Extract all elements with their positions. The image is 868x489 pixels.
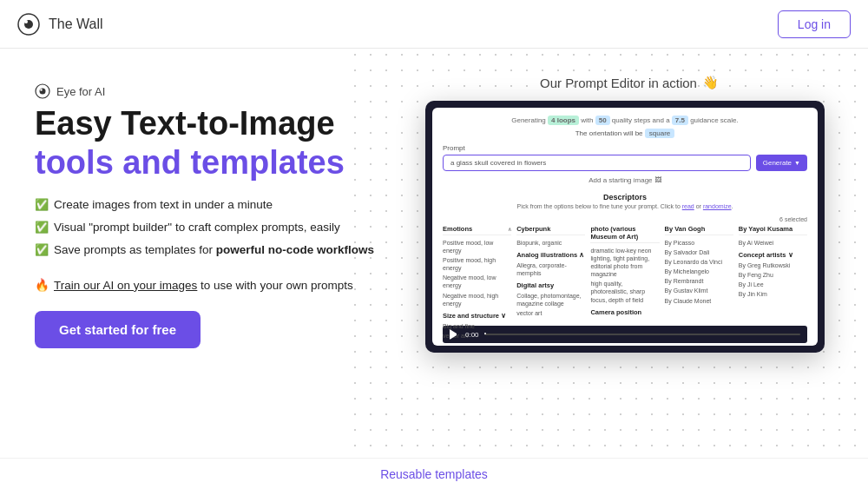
fire-line-suffix: to use with your own prompts: [197, 279, 352, 292]
add-image-text: Add a starting image 🖼: [589, 176, 661, 184]
prompt-editor-label: Our Prompt Editor in action 👋: [540, 75, 719, 90]
headline-purple: tools and templates: [35, 144, 408, 182]
video-progress-handle: [484, 333, 486, 334]
analog-item-1[interactable]: Allegra, corporate-memphis: [516, 261, 585, 277]
feature-text-3: Save prompts as templates for powerful n…: [54, 242, 374, 259]
editor-columns: Emotions ∧ Positive mood, low energy Pos…: [443, 225, 807, 320]
editor-inner: Generating 4 loops with 50 quality steps…: [432, 108, 818, 346]
fire-emoji: 🔥: [35, 278, 49, 292]
cta-button[interactable]: Get started for free: [35, 311, 201, 348]
fire-line: 🔥 Train our AI on your images to use wit…: [35, 278, 408, 292]
logo-text: The Wall: [49, 17, 103, 32]
check-icon-3: ✅: [35, 242, 49, 258]
editor-add-image[interactable]: Add a starting image 🖼: [443, 176, 807, 184]
feature-item-1: ✅ Create images from text in under a min…: [35, 197, 408, 214]
col-photo-header[interactable]: photo (various Museum of Art): [590, 225, 659, 243]
editor-orientation: The orientation will be square: [443, 129, 807, 137]
artist-item-6[interactable]: By Gustav Klimt: [665, 287, 733, 294]
editor-generate-button[interactable]: Generate ▼: [756, 155, 807, 171]
bottom-tab[interactable]: Reusable templates: [0, 458, 868, 489]
prompt-label: Prompt: [443, 144, 807, 152]
col-yayoi-label: By Yayoi Kusama: [739, 225, 792, 233]
selected-count: 6 selected: [443, 216, 807, 222]
feature-text-2: Visual "prompt builder" to craft complex…: [54, 220, 340, 236]
dropdown-arrow-icon: ▼: [794, 160, 800, 166]
fire-line-content: Train our AI on your images to use with …: [54, 279, 353, 292]
left-content: Eye for AI Easy Text-to-Image tools and …: [35, 75, 408, 458]
digital-artsy-header[interactable]: Digital artsy: [516, 281, 585, 290]
emotion-item-4[interactable]: Negative mood, high energy: [443, 292, 511, 307]
concept-item-5[interactable]: By Jin Kim: [739, 290, 807, 298]
generate-btn-label: Generate: [763, 159, 792, 167]
editor-screenshot: Generating 4 loops with 50 quality steps…: [425, 101, 825, 353]
svg-point-5: [40, 89, 42, 90]
concept-item-4[interactable]: By Ji Lee: [739, 281, 807, 288]
highlight-guidance: 7.5: [672, 116, 688, 125]
chevron-size-icon: ∨: [501, 312, 506, 320]
cyberpunk-item-1[interactable]: Biopunk, organic: [516, 239, 585, 247]
col-vangogh-header[interactable]: By Van Gogh: [665, 225, 733, 235]
eye-icon: [35, 83, 50, 99]
check-icon-1: ✅: [35, 197, 49, 213]
descriptors-sub: Pick from the options below to fine tune…: [443, 203, 807, 209]
logo-area: The Wall: [17, 13, 103, 36]
highlight-loops: 4 loops: [548, 116, 579, 125]
emotion-item-2[interactable]: Positive mood, high energy: [443, 256, 511, 272]
video-progress-bar[interactable]: [484, 334, 800, 335]
prompt-input-text: a glass skull covered in flowers: [450, 159, 546, 167]
editor-col-cyberpunk: Cyberpunk Biopunk, organic Analog illust…: [516, 225, 585, 320]
feature-list: ✅ Create images from text in under a min…: [35, 197, 408, 259]
svg-point-4: [40, 89, 46, 95]
editor-prompt-row[interactable]: a glass skull covered in flowers Generat…: [443, 155, 807, 171]
editor-col-photo: photo (various Museum of Art) dramatic l…: [590, 225, 659, 320]
concept-item-1[interactable]: By Ai Weiwei: [739, 239, 807, 247]
size-structure-header[interactable]: Size and structure ∨: [443, 312, 511, 320]
artist-item-3[interactable]: By Leonardo da Vinci: [665, 258, 733, 266]
read-link[interactable]: read: [682, 203, 694, 209]
artist-item-4[interactable]: By Michelangelo: [665, 268, 733, 275]
main-container: Eye for AI Easy Text-to-Image tools and …: [0, 49, 868, 458]
digital-item-2[interactable]: vector art: [516, 309, 585, 317]
chevron-up-icon: ∧: [508, 226, 511, 232]
photo-item-2[interactable]: high quality, photorealistic, sharp focu…: [590, 280, 659, 303]
play-icon[interactable]: [450, 329, 460, 340]
artist-item-2[interactable]: By Salvador Dali: [665, 248, 733, 256]
concept-artists-header[interactable]: Concept artists ∨: [739, 251, 807, 260]
col-cyberpunk-header[interactable]: Cyberpunk: [516, 225, 585, 235]
right-content: Our Prompt Editor in action 👋 Generating…: [425, 75, 833, 458]
editor-prompt-input[interactable]: a glass skull covered in flowers: [443, 155, 751, 171]
feature-item-2: ✅ Visual "prompt builder" to craft compl…: [35, 220, 408, 236]
prompt-editor-label-text: Our Prompt Editor in action: [540, 76, 697, 90]
header: The Wall Log in: [0, 0, 868, 49]
col-emotions-header[interactable]: Emotions ∧: [443, 225, 511, 235]
emotion-item-3[interactable]: Negative mood, low energy: [443, 274, 511, 289]
col-yayoi-header[interactable]: By Yayoi Kusama: [739, 225, 807, 235]
descriptors-title: Descriptors: [443, 193, 807, 202]
eye-label: Eye for AI: [35, 83, 408, 99]
randomize-link[interactable]: randomize: [703, 203, 732, 209]
col-photo-label: photo (various Museum of Art): [590, 225, 659, 241]
camera-position-header[interactable]: Camera position: [590, 308, 659, 317]
logo-icon: [17, 13, 40, 36]
fire-line-link[interactable]: Train our AI on your images: [54, 279, 197, 292]
login-button[interactable]: Log in: [778, 10, 851, 38]
artist-item-7[interactable]: By Claude Monet: [665, 297, 733, 305]
editor-col-concept: By Yayoi Kusama By Ai Weiwei Concept art…: [739, 225, 807, 320]
artist-item-5[interactable]: By Rembrandt: [665, 277, 733, 285]
editor-col-vangogh: By Van Gogh By Picasso By Salvador Dali …: [665, 225, 733, 320]
col-vangogh-label: By Van Gogh: [665, 225, 706, 233]
editor-col-emotions: Emotions ∧ Positive mood, low energy Pos…: [443, 225, 511, 320]
chevron-analog-icon: ∧: [579, 251, 584, 259]
video-time: 0:00: [465, 331, 479, 339]
col-emotions-label: Emotions: [443, 225, 472, 233]
artist-item-1[interactable]: By Picasso: [665, 239, 733, 247]
concept-item-2[interactable]: By Greg Rutkowski: [739, 261, 807, 269]
headline-black: Easy Text-to-Image: [35, 106, 408, 142]
emotion-item-1[interactable]: Positive mood, low energy: [443, 239, 511, 254]
analog-header[interactable]: Analog illustrations ∧: [516, 251, 585, 260]
concept-item-3[interactable]: By Feng Zhu: [739, 271, 807, 279]
photo-item-1[interactable]: dramatic low-key neon lighting, tight pa…: [590, 247, 659, 278]
feature-text-1: Create images from text in under a minut…: [54, 197, 273, 214]
check-icon-2: ✅: [35, 220, 49, 235]
digital-item-1[interactable]: Collage, photomontage, magazine collage: [516, 292, 585, 307]
